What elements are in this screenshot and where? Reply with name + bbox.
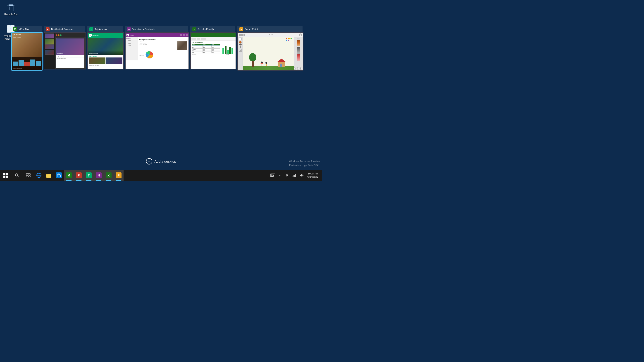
task-window-header-msn[interactable]: M MSN Mon... xyxy=(11,26,42,32)
add-desktop-circle-icon: + xyxy=(146,158,152,164)
task-window-header-trip[interactable]: T TripAdvisor... xyxy=(87,26,123,32)
clock-time: 10:24 AM xyxy=(308,172,318,176)
taskbar-onenote[interactable]: N xyxy=(94,170,104,181)
task-window-onenote[interactable]: N Vacation - OneNote N OneNote Notebook xyxy=(125,26,188,70)
excel-thumbnail[interactable]: Family Budget Category Budget Actual Hou… xyxy=(190,32,236,70)
recycle-bin-label: Recycle Bin xyxy=(4,13,18,16)
onenote-title: Vacation - OneNote xyxy=(132,28,155,30)
taskbar-store[interactable] xyxy=(54,170,64,181)
svg-rect-42 xyxy=(272,174,272,175)
watermark-line1: Windows Technical Preview xyxy=(289,160,320,164)
task-window-header-onenote[interactable]: N Vacation - OneNote xyxy=(125,26,188,32)
network-icon[interactable] xyxy=(291,170,298,181)
svg-rect-26 xyxy=(4,176,6,178)
svg-text:N: N xyxy=(128,28,130,30)
svg-rect-48 xyxy=(271,176,274,177)
tripadvisor-app-icon: T xyxy=(89,27,93,31)
watermark-line2: Evaluation copy. Build 9841 xyxy=(289,163,320,168)
recycle-bin-graphic xyxy=(6,3,15,12)
svg-rect-27 xyxy=(6,176,8,178)
task-window-excel[interactable]: X Excel - Family... Family Budget xyxy=(190,26,235,70)
svg-rect-45 xyxy=(271,175,272,176)
svg-text:P: P xyxy=(47,28,48,30)
svg-rect-41 xyxy=(271,174,272,175)
svg-rect-51 xyxy=(294,175,295,177)
task-view-area: M MSN Mon... MSN MONEY Market overview xyxy=(11,26,320,70)
svg-rect-43 xyxy=(273,174,273,175)
clock-date: 9/30/2014 xyxy=(307,175,318,179)
svg-line-29 xyxy=(18,176,19,177)
action-center-icon[interactable]: ⚑ xyxy=(284,170,290,181)
svg-rect-50 xyxy=(294,175,294,177)
task-window-header-excel[interactable]: X Excel - Family... xyxy=(190,26,235,32)
svg-text:M: M xyxy=(14,28,16,30)
task-window-msn-money[interactable]: M MSN Mon... MSN MONEY Market overview xyxy=(11,26,42,70)
task-window-tripadvisor[interactable]: T TripAdvisor... T TripAdvisor Beautiful… xyxy=(87,26,123,70)
svg-rect-25 xyxy=(6,173,8,175)
svg-rect-7 xyxy=(7,25,11,29)
keyboard-icon[interactable] xyxy=(269,170,276,181)
svg-rect-49 xyxy=(292,176,293,177)
taskbar-file-explorer[interactable] xyxy=(44,170,54,181)
excel-title: Excel - Family... xyxy=(198,28,216,30)
volume-icon[interactable] xyxy=(298,170,305,181)
add-desktop-label: Add a desktop xyxy=(154,160,176,163)
taskbar-msn-money[interactable]: M xyxy=(64,170,74,181)
taskbar-ppt-icon: P xyxy=(76,172,82,178)
taskbar-ppt[interactable]: P xyxy=(74,170,84,181)
ppt-app-icon: P xyxy=(46,27,50,31)
recycle-bin-icon[interactable]: Recycle Bin xyxy=(2,2,20,17)
eval-watermark: Windows Technical Preview Evaluation cop… xyxy=(289,160,320,168)
add-desktop-button[interactable]: + Add a desktop xyxy=(142,156,180,166)
taskbar: M P T N X F xyxy=(0,170,322,181)
ie-icon xyxy=(36,172,42,178)
taskbar-ie[interactable] xyxy=(34,170,44,181)
svg-rect-52 xyxy=(295,174,296,177)
task-window-header-freshpaint[interactable]: F Fresh Paint xyxy=(237,26,302,32)
onenote-thumbnail[interactable]: N OneNote Notebooks ▶ Vacation European xyxy=(125,32,189,70)
excel-app-icon: X xyxy=(192,27,196,31)
taskbar-msn-icon: M xyxy=(66,172,72,178)
notification-chevron-icon[interactable]: ▲ xyxy=(276,170,283,181)
svg-rect-9 xyxy=(7,29,11,32)
freshpaint-app-icon: F xyxy=(239,27,243,31)
svg-rect-32 xyxy=(26,176,28,177)
store-icon xyxy=(56,172,62,178)
file-explorer-icon xyxy=(46,172,52,178)
msn-money-title: MSN Mon... xyxy=(18,28,32,30)
task-window-header-ppt[interactable]: P Northwind Proposa... xyxy=(44,26,85,32)
svg-rect-47 xyxy=(273,175,274,176)
northwind-thumbnail[interactable]: Northwind Proposal highlights Q4 Financi… xyxy=(44,32,86,70)
svg-text:X: X xyxy=(194,28,195,30)
taskbar-freshpaint-icon: F xyxy=(116,172,122,178)
task-window-fresh-paint[interactable]: F Fresh Paint Fresh Paint ○ xyxy=(237,26,302,70)
search-button[interactable] xyxy=(11,170,23,181)
start-button[interactable] xyxy=(0,170,11,181)
taskbar-onenote-icon: N xyxy=(96,172,102,178)
taskbar-excel-icon: X xyxy=(106,172,112,178)
svg-rect-24 xyxy=(4,173,6,175)
taskbar-apps: M P T N X F xyxy=(34,170,124,181)
taskbar-trip-icon: T xyxy=(86,172,92,178)
northwind-title: Northwind Proposa... xyxy=(51,28,75,30)
svg-text:T: T xyxy=(90,28,92,30)
freshpaint-thumbnail[interactable]: Fresh Paint ○ ▲ xyxy=(237,32,304,70)
tripadvisor-title: TripAdvisor... xyxy=(94,28,110,30)
task-window-northwind[interactable]: P Northwind Proposa... xyxy=(44,26,85,70)
svg-marker-53 xyxy=(300,174,302,177)
svg-rect-44 xyxy=(274,174,274,175)
system-clock[interactable]: 10:24 AM 9/30/2014 xyxy=(306,170,320,181)
onenote-app-icon: N xyxy=(127,27,131,31)
svg-rect-39 xyxy=(57,175,60,177)
taskbar-tripadvisor[interactable]: T xyxy=(84,170,94,181)
freshpaint-title: Fresh Paint xyxy=(244,28,258,30)
taskbar-freshpaint[interactable]: F xyxy=(114,170,124,181)
svg-rect-46 xyxy=(272,175,272,176)
svg-rect-33 xyxy=(29,176,30,177)
tripadvisor-thumbnail[interactable]: T TripAdvisor Beautiful cityscape Hotels… xyxy=(87,32,124,70)
taskbar-excel[interactable]: X xyxy=(104,170,114,181)
taskbar-system-tray: ▲ ⚑ 10:24 AM 9/30/2014 xyxy=(269,170,322,181)
msn-money-thumbnail[interactable]: MSN MONEY Market overview Financial news… xyxy=(11,32,42,70)
taskbar-left: M P T N X F xyxy=(0,170,124,181)
task-view-button[interactable] xyxy=(23,170,34,181)
